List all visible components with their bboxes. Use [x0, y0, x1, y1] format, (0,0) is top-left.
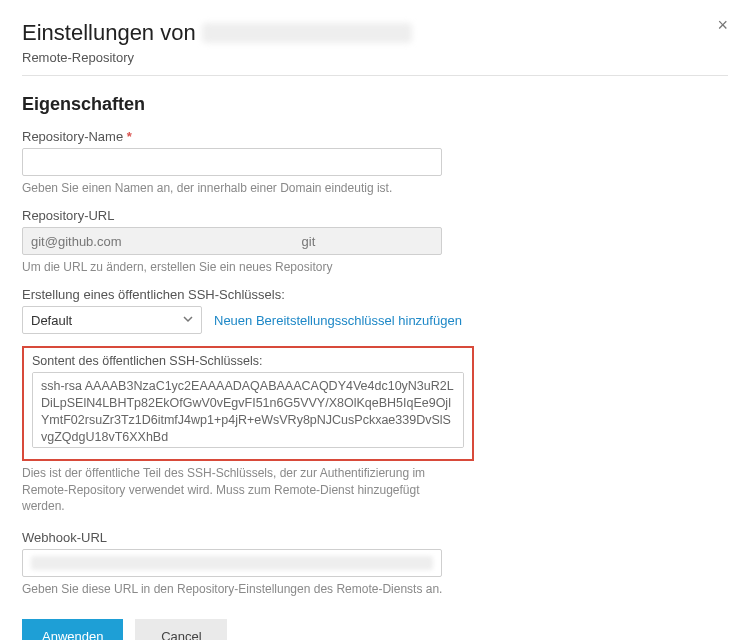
helper-repo-name: Geben Sie einen Namen an, der innerhalb …	[22, 180, 452, 196]
helper-ssh-content: Dies ist der öffentliche Teil des SSH-Sc…	[22, 465, 452, 514]
repo-name-input[interactable]	[22, 148, 442, 176]
label-repo-url: Repository-URL	[22, 208, 728, 223]
field-repo-url: Repository-URL git@github.com git Um die…	[22, 208, 728, 275]
page-title: Einstellungen von	[22, 20, 728, 46]
webhook-obscured	[31, 556, 433, 570]
label-text-repo-name: Repository-Name	[22, 129, 123, 144]
repo-url-left: git@github.com	[31, 234, 122, 249]
repo-url-readonly: git@github.com git	[22, 227, 442, 255]
page-subtitle: Remote-Repository	[22, 50, 728, 65]
cancel-button[interactable]: Cancel	[135, 619, 227, 640]
action-bar: Anwenden Cancel	[22, 619, 728, 640]
repo-url-right: git	[302, 234, 316, 249]
label-repo-name: Repository-Name *	[22, 129, 728, 144]
ssh-key-content-box: Sontent des öffentlichen SSH-Schlüssels:	[22, 346, 474, 461]
ssh-public-key-textarea[interactable]	[32, 372, 464, 448]
title-prefix: Einstellungen von	[22, 20, 196, 45]
field-repo-name: Repository-Name * Geben Sie einen Namen …	[22, 129, 728, 196]
title-obscured	[202, 23, 412, 43]
apply-button[interactable]: Anwenden	[22, 619, 123, 640]
section-heading: Eigenschaften	[22, 94, 728, 115]
required-mark: *	[127, 129, 132, 144]
helper-repo-url: Um die URL zu ändern, erstellen Sie ein …	[22, 259, 452, 275]
label-ssh-create: Erstellung eines öffentlichen SSH-Schlüs…	[22, 287, 728, 302]
ssh-key-select[interactable]: Default	[22, 306, 202, 334]
webhook-url-readonly	[22, 549, 442, 577]
label-ssh-content: Sontent des öffentlichen SSH-Schlüssels:	[32, 354, 464, 368]
field-webhook: Webhook-URL Geben Sie diese URL in den R…	[22, 530, 728, 597]
divider	[22, 75, 728, 76]
helper-webhook: Geben Sie diese URL in den Repository-Ei…	[22, 581, 452, 597]
close-icon[interactable]: ×	[717, 16, 728, 34]
add-deploy-key-link[interactable]: Neuen Bereitstellungsschlüssel hinzufüge…	[214, 313, 462, 328]
field-ssh-create: Erstellung eines öffentlichen SSH-Schlüs…	[22, 287, 728, 334]
label-webhook: Webhook-URL	[22, 530, 728, 545]
